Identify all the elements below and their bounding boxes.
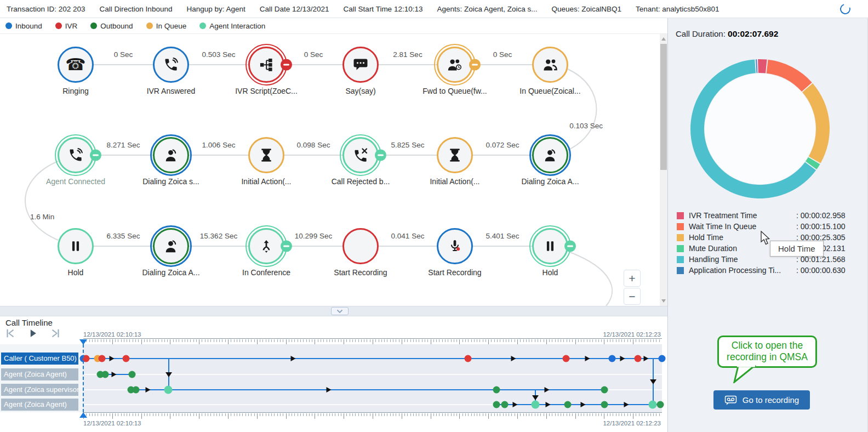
timeline-activity-line (83, 358, 662, 359)
zoom-out-button[interactable]: − (624, 288, 641, 305)
timeline-event-dot-red[interactable] (634, 355, 641, 362)
flow-legend-item: Outbound (90, 22, 133, 30)
panel-splitter[interactable] (0, 306, 667, 316)
timeline-event-dot-red[interactable] (123, 355, 130, 362)
go-to-recording-button[interactable]: Go to recording (713, 390, 810, 410)
timeline-event-dot-green[interactable] (564, 401, 571, 408)
timeline-event-dot-green[interactable] (133, 386, 140, 394)
flow-node-hold[interactable] (58, 228, 94, 264)
node-minus-badge-icon[interactable] (281, 241, 292, 252)
flow-node-in-conference[interactable] (248, 228, 284, 264)
flow-edge-duration-label: 2.81 Sec (375, 50, 441, 59)
timeline-event-dot-red[interactable] (562, 355, 569, 362)
node-minus-badge-icon[interactable] (375, 150, 386, 161)
collapse-timeline-button[interactable] (331, 307, 349, 315)
timeline-arrow-marker-icon (544, 387, 549, 393)
timeline-row-label[interactable]: Agent (Zoica supervisor) (1, 384, 78, 396)
timeline-event-dot-green[interactable] (493, 386, 500, 394)
timeline-event-dot-green[interactable] (102, 371, 109, 378)
timeline-event-dot-green[interactable] (493, 401, 500, 408)
skip-to-end-button[interactable] (49, 327, 61, 339)
timeline-event-dot-teal[interactable] (531, 401, 539, 409)
donut-slice-application-processing-ti[interactable] (756, 59, 757, 73)
timeline-end-datetime: 12/13/2021 02:12:23 (603, 331, 661, 338)
zoom-in-button[interactable]: + (624, 270, 641, 287)
timeline-activity-line (131, 389, 605, 390)
flow-node-ivr-answered[interactable] (153, 47, 189, 83)
scrollbar-thumb[interactable] (660, 44, 667, 170)
sitemap-icon (259, 57, 274, 72)
node-minus-badge-icon[interactable] (469, 59, 481, 71)
timeline-row-label[interactable]: Agent (Zoica Agent) (1, 399, 78, 411)
flow-node-initial-action[interactable] (248, 137, 284, 173)
scrollbar-up-arrow-icon[interactable] (661, 37, 666, 41)
flow-node-say-say[interactable] (342, 47, 379, 83)
donut-legend-item[interactable]: Wait Time In Queue: 00:00:15.100 (677, 221, 861, 232)
skip-to-start-button[interactable] (4, 327, 16, 339)
donut-legend-item[interactable]: Application Processing Ti...: 00:00:00.6… (677, 265, 861, 276)
donut-legend-item[interactable]: Handling Time: 00:01:21.568 (677, 254, 861, 265)
timeline-event-dot-teal[interactable] (164, 386, 173, 394)
flow-node-initial-action[interactable] (437, 137, 473, 173)
flow-node-hold[interactable] (532, 228, 568, 264)
flow-node-dialing-zoica-a[interactable] (153, 228, 189, 264)
playhead-bottom-handle-icon[interactable] (79, 412, 87, 418)
timeline-row-label[interactable]: Caller ( Customer B50) (1, 353, 78, 365)
timeline-event-dot-red[interactable] (465, 355, 472, 362)
timeline-row-label[interactable]: Agent (Zoica Agent) (1, 368, 78, 380)
flow-node-fwd-to-queue-fw[interactable] (437, 47, 473, 83)
node-minus-badge-icon[interactable] (90, 150, 101, 161)
donut-legend-name: Application Processing Ti... (689, 266, 796, 275)
flow-legend-item: Agent Interaction (199, 22, 265, 30)
timeline-event-dot-green[interactable] (501, 401, 508, 408)
donut-legend-item[interactable]: IVR Treatment Time: 00:00:02.958 (677, 210, 861, 221)
recording-callout-text: Click to open the recording in QMSA (727, 340, 808, 362)
legend-swatch-icon (677, 234, 684, 241)
flow-node-ringing[interactable]: ☎ (58, 47, 94, 83)
header-field: Call Direction Inbound (100, 5, 173, 13)
timeline-transfer-connector (653, 359, 654, 405)
timeline-event-dot-teal[interactable] (649, 401, 657, 409)
hourglass-icon (259, 147, 274, 163)
flow-edge-duration-label: 0 Sec (90, 50, 156, 59)
flow-node-call-rejected-b[interactable] (342, 137, 379, 173)
flow-edge-duration-label: 10.299 Sec (281, 232, 346, 240)
timeline-event-dot-green[interactable] (601, 386, 608, 394)
flow-zoom-controls: + − (624, 270, 641, 305)
header-field: Agents: Zoica Agent, Zoica s... (437, 5, 537, 13)
timeline-event-dot-blue[interactable] (659, 355, 666, 362)
flow-node-agent-connected[interactable] (58, 137, 94, 173)
timeline-arrow-marker-icon (291, 356, 296, 361)
flow-node-dialing-zoica-s[interactable] (153, 137, 189, 173)
agent-icon (163, 238, 179, 254)
call-details-app: Transaction ID: 202 203Call Direction In… (0, 0, 868, 432)
timeline-event-dot-green[interactable] (128, 371, 135, 378)
donut-slice-ivr-treatment-time[interactable] (758, 59, 767, 73)
flow-node-start-recording[interactable] (437, 228, 473, 264)
timeline-event-dot-green[interactable] (601, 401, 608, 408)
timeline-event-dot-red[interactable] (98, 355, 105, 362)
flow-edge-duration-label: 15.362 Sec (186, 232, 252, 240)
scrollbar-down-arrow-icon[interactable] (661, 299, 666, 303)
call-flow-canvas[interactable]: 0 Sec0.503 Sec0 Sec2.81 Sec0 Sec☎Ringing… (0, 34, 667, 306)
timeline-end-datetime-bottom: 12/13/2021 02:12:23 (603, 420, 661, 427)
flow-vertical-scrollbar[interactable] (660, 34, 667, 306)
flow-node-label: IVR Answered (123, 87, 219, 95)
flow-node-ivr-script-zoec[interactable] (248, 47, 284, 83)
legend-dot-icon (146, 22, 153, 29)
node-minus-badge-icon[interactable] (564, 241, 576, 252)
mouse-cursor-icon (760, 231, 771, 246)
flow-node-in-queue-zoical[interactable] (532, 47, 568, 83)
timeline-event-dot-blue[interactable] (609, 355, 616, 362)
node-minus-badge-icon[interactable] (281, 59, 292, 71)
flow-node-dialing-zoica-a[interactable] (532, 137, 568, 173)
timeline-event-dot-green[interactable] (656, 401, 664, 408)
users-icon (542, 56, 558, 73)
play-button[interactable] (27, 328, 38, 339)
flow-node-label: Ringing (28, 87, 123, 95)
flow-legend-item: IVR (55, 22, 78, 30)
flow-node-start-recording[interactable] (342, 228, 379, 264)
call-timeline-panel: Call Timeline (0, 316, 667, 432)
flow-legend-label: Agent Interaction (209, 22, 265, 30)
skip-start-icon (4, 327, 16, 339)
